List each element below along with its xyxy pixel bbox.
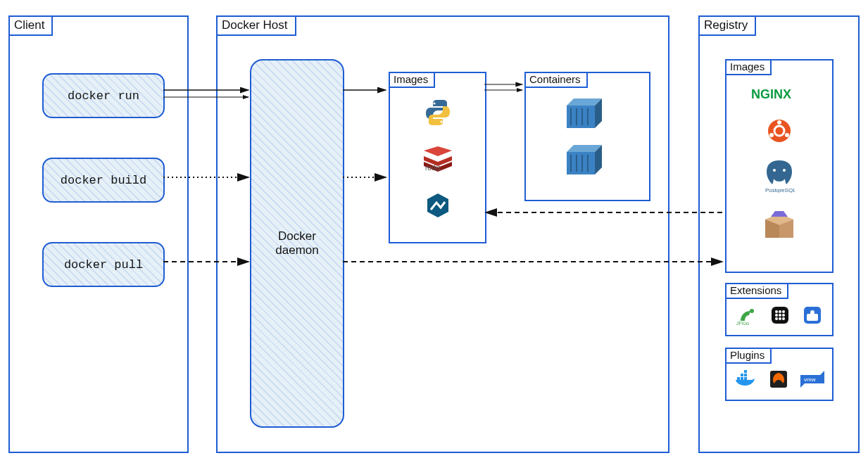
container-icon-2 [567, 145, 609, 174]
vmware-plugin-icon: vmw [800, 371, 824, 388]
svg-point-44 [779, 317, 781, 320]
host-images-box: Images redis [389, 72, 486, 243]
svg-rect-52 [741, 374, 743, 376]
cmd-docker-pull-text: docker pull [64, 258, 143, 272]
docker-plugin-icon [734, 370, 757, 388]
svg-text:JFrog: JFrog [736, 321, 749, 325]
host-containers-title: Containers [524, 72, 588, 88]
alpine-icon [424, 191, 452, 220]
svg-marker-33 [771, 211, 788, 217]
svg-point-1 [440, 120, 442, 122]
svg-point-0 [433, 102, 435, 104]
svg-point-28 [783, 169, 786, 172]
portainer-icon [770, 305, 790, 325]
svg-point-27 [773, 169, 776, 172]
jfrog-icon: JFrog [736, 305, 757, 325]
cmd-docker-run: docker run [42, 73, 165, 118]
svg-point-24 [777, 120, 781, 125]
cmd-docker-build-text: docker build [61, 174, 146, 187]
daemon-label-1: Docker [278, 229, 316, 243]
host-images-title: Images [389, 72, 435, 88]
registry-panel-title: Registry [698, 15, 756, 36]
container-icon-1 [567, 98, 609, 128]
svg-point-48 [810, 310, 814, 314]
svg-point-42 [782, 314, 785, 317]
package-icon [761, 208, 798, 241]
svg-point-38 [779, 310, 781, 313]
svg-point-43 [775, 317, 778, 320]
registry-extensions-title: Extensions [725, 283, 788, 299]
registry-extensions-box: Extensions JFrog [725, 283, 834, 336]
daemon-label-2: daemon [275, 243, 318, 257]
client-panel: Client docker run docker build docker pu… [8, 15, 189, 453]
cmd-docker-pull: docker pull [42, 242, 165, 287]
docker-daemon: Docker daemon [250, 59, 344, 428]
redis-icon: redis [421, 146, 455, 172]
svg-rect-53 [744, 374, 747, 376]
svg-point-39 [782, 310, 785, 313]
nginx-icon: NGINX [751, 86, 807, 103]
registry-plugins-title: Plugins [725, 348, 772, 364]
svg-text:redis: redis [425, 164, 441, 172]
postgresql-icon: PostgreSQL [764, 159, 795, 193]
host-panel-title: Docker Host [216, 15, 296, 36]
diagram-canvas: Client docker run docker build docker pu… [0, 0, 868, 458]
svg-rect-54 [744, 370, 747, 373]
python-icon [424, 98, 452, 127]
svg-point-45 [782, 317, 785, 320]
host-containers-box: Containers [524, 72, 650, 201]
svg-point-37 [775, 310, 778, 313]
svg-text:vmw: vmw [804, 376, 816, 383]
svg-rect-47 [807, 314, 818, 321]
registry-images-title: Images [725, 59, 772, 75]
svg-point-34 [750, 309, 754, 313]
host-panel: Docker Host Docker daemon Images [216, 15, 669, 453]
lens-icon [803, 305, 822, 325]
svg-rect-50 [741, 377, 743, 380]
cmd-docker-build: docker build [42, 158, 165, 203]
svg-text:NGINX: NGINX [751, 87, 791, 101]
svg-rect-49 [737, 377, 740, 380]
registry-plugins-box: Plugins vmw [725, 348, 834, 401]
cmd-docker-run-text: docker run [68, 89, 139, 103]
svg-point-40 [775, 314, 778, 317]
svg-point-25 [769, 133, 774, 137]
svg-point-41 [779, 314, 781, 317]
svg-text:PostgreSQL: PostgreSQL [765, 187, 795, 193]
svg-point-26 [785, 133, 789, 137]
grafana-plugin-icon [769, 370, 788, 388]
registry-images-box: Images NGINX PostgreSQL [725, 59, 834, 273]
svg-marker-4 [424, 146, 452, 156]
client-panel-title: Client [8, 15, 53, 36]
svg-rect-51 [744, 377, 747, 380]
registry-panel: Registry Images NGINX PostgreSQL [698, 15, 860, 453]
ubuntu-icon [767, 118, 792, 144]
